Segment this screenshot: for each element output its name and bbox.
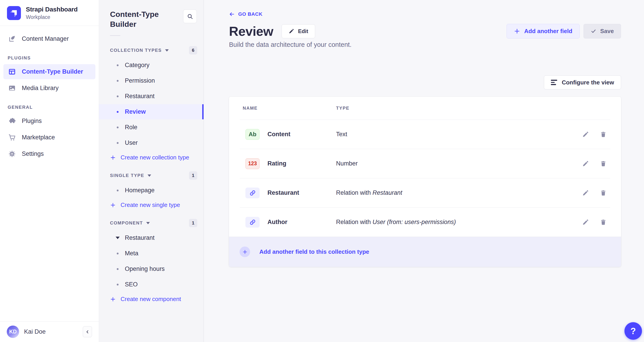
item-label: Opening hours <box>125 265 165 272</box>
item-label: SEO <box>125 281 138 288</box>
save-button[interactable]: Save <box>584 24 621 39</box>
trash-icon <box>600 190 607 196</box>
count-badge: 1 <box>189 219 197 227</box>
sidebar-item-label: Settings <box>22 150 44 157</box>
avatar[interactable]: KD <box>7 325 19 338</box>
delete-field-button[interactable] <box>600 189 607 197</box>
search-button[interactable] <box>183 10 197 23</box>
trash-icon <box>600 219 607 226</box>
section-label: COMPONENT <box>110 220 143 226</box>
sidebar-item-marketplace[interactable]: Marketplace <box>3 130 95 145</box>
collection-item-user[interactable]: User <box>99 135 204 150</box>
field-type-cell: Number <box>336 160 582 167</box>
item-label: Homepage <box>125 187 154 194</box>
panel-header: Content-Type Builder <box>99 0 204 29</box>
add-field-footer-label: Add another field to this collection typ… <box>259 248 369 255</box>
collection-types-section-header[interactable]: COLLECTION TYPES 6 <box>99 46 204 55</box>
sidebar-section-general: GENERAL <box>8 105 91 110</box>
bullet-icon <box>117 268 118 270</box>
component-section-header[interactable]: COMPONENT 1 <box>99 219 204 227</box>
content-type-builder-icon <box>8 68 16 76</box>
field-type-detail: Restaurant <box>372 189 402 196</box>
create-new-single-type-link[interactable]: Create new single type <box>99 201 204 208</box>
delete-field-button[interactable] <box>600 131 607 138</box>
edit-field-button[interactable] <box>582 160 589 167</box>
edit-field-button[interactable] <box>582 131 589 138</box>
item-label: Restaurant <box>125 93 154 100</box>
collection-item-restaurant[interactable]: Restaurant <box>99 89 204 104</box>
sidebar-item-label: Marketplace <box>22 134 55 141</box>
component-item-opening-hours[interactable]: Opening hours <box>99 261 204 276</box>
save-label: Save <box>600 28 614 35</box>
collection-item-role[interactable]: Role <box>99 120 204 135</box>
component-item-seo[interactable]: SEO <box>99 277 204 292</box>
table-row[interactable]: Restaurant Relation with Restaurant <box>240 178 610 207</box>
bullet-icon <box>117 80 118 82</box>
field-type: Relation with <box>336 189 372 196</box>
brand: Strapi Dashboard Workplace <box>0 0 99 26</box>
row-actions <box>582 131 610 138</box>
single-type-item-homepage[interactable]: Homepage <box>99 183 204 198</box>
bullet-icon <box>117 284 118 285</box>
table-row[interactable]: Ab Content Text <box>240 120 610 149</box>
main-content: GO BACK Review Edit Add another field Sa… <box>204 0 644 342</box>
collection-item-category[interactable]: Category <box>99 58 204 73</box>
edit-button[interactable]: Edit <box>282 24 315 38</box>
field-name-cell: 123 Rating <box>240 158 336 169</box>
table-row[interactable]: 123 Rating Number <box>240 149 610 178</box>
collapse-sidebar-button[interactable] <box>83 326 92 337</box>
create-new-component-link[interactable]: Create new component <box>99 296 204 303</box>
pencil-icon <box>582 190 589 196</box>
gear-icon <box>8 150 16 158</box>
sidebar-item-settings[interactable]: Settings <box>3 146 95 161</box>
edit-field-button[interactable] <box>582 189 589 197</box>
pencil-icon <box>582 160 589 167</box>
chevron-down-icon <box>146 222 150 224</box>
cart-icon <box>8 133 16 142</box>
item-label: Restaurant <box>125 234 154 241</box>
section-label: SINGLE TYPE <box>110 173 144 178</box>
strapi-logo-icon <box>7 6 21 20</box>
sidebar-section-plugins: PLUGINS <box>8 55 91 61</box>
sidebar-item-plugins[interactable]: Plugins <box>3 114 95 129</box>
edit-field-button[interactable] <box>582 219 589 226</box>
field-type-cell: Relation with User (from: users-permissi… <box>336 219 582 226</box>
field-name: Content <box>268 131 290 138</box>
panel-title: Content-Type Builder <box>110 10 175 29</box>
collection-item-review[interactable]: Review <box>99 104 204 119</box>
configure-label: Configure the view <box>562 79 614 86</box>
add-another-field-button[interactable]: Add another field <box>506 24 580 39</box>
component-item-restaurant[interactable]: Restaurant <box>99 230 204 245</box>
pencil-icon <box>288 28 294 34</box>
plus-icon <box>110 155 116 161</box>
plus-icon <box>514 28 520 34</box>
sidebar-item-label: Content Manager <box>22 35 69 42</box>
delete-field-button[interactable] <box>600 160 607 167</box>
single-type-section-header[interactable]: SINGLE TYPE 1 <box>99 171 204 180</box>
sidebar-item-content-manager[interactable]: Content Manager <box>3 31 95 46</box>
count-badge: 6 <box>189 46 197 55</box>
add-field-label: Add another field <box>524 28 572 35</box>
help-button[interactable]: ? <box>624 322 642 340</box>
sidebar: Strapi Dashboard Workplace Content Manag… <box>0 0 99 342</box>
table-row[interactable]: Author Relation with User (from: users-p… <box>240 207 610 237</box>
text-field-badge: Ab <box>246 129 260 140</box>
trash-icon <box>600 160 607 167</box>
sidebar-item-media-library[interactable]: Media Library <box>3 81 95 96</box>
layout-lines-icon <box>551 80 557 85</box>
configure-the-view-button[interactable]: Configure the view <box>544 75 621 89</box>
sidebar-item-content-type-builder[interactable]: Content-Type Builder <box>3 64 95 79</box>
trash-icon <box>600 131 607 138</box>
add-field-to-collection-button[interactable]: Add another field to this collection typ… <box>229 237 621 267</box>
caret-down-icon <box>116 237 120 239</box>
bullet-icon <box>117 127 118 128</box>
puzzle-icon <box>8 117 16 125</box>
go-back-link[interactable]: GO BACK <box>229 11 262 17</box>
create-new-collection-type-link[interactable]: Create new collection type <box>99 154 204 161</box>
collection-item-permission[interactable]: Permission <box>99 73 204 88</box>
field-type-cell: Text <box>336 131 582 138</box>
field-name-cell: Author <box>240 217 336 228</box>
delete-field-button[interactable] <box>600 219 607 226</box>
sidebar-item-label: Content-Type Builder <box>22 68 83 75</box>
component-item-meta[interactable]: Meta <box>99 246 204 261</box>
